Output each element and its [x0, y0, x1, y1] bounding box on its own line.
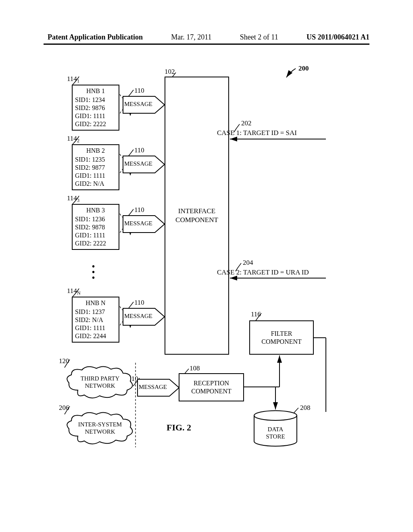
hnb-kv: SID1: 1237 SID2: N/A GID1: 1111 GID2: 22…	[73, 308, 119, 342]
data-store-ref: 208	[300, 404, 311, 412]
filter-component: FILTER COMPONENT	[249, 320, 314, 355]
interface-component-label: INTERFACE COMPONENT	[175, 207, 218, 224]
hnb-gid1: 1111	[93, 232, 105, 239]
inter-system-network-ref: 206	[59, 404, 69, 412]
message-arrow-1: MESSAGE	[123, 96, 165, 114]
hnb-box-n: HNB N SID1: 1237 SID2: N/A GID1: 1111 GI…	[72, 297, 119, 343]
hnb-title: HNB N	[73, 297, 119, 308]
inter-system-network-cloud: INTER-SYSTEM NETWORK	[66, 412, 134, 445]
hnb-gid2: N/A	[93, 180, 104, 187]
hnb-sid1: 1236	[92, 216, 105, 222]
interface-component-ref: 102	[165, 68, 175, 76]
case1-text: CASE 1: TARGET ID = SAI	[217, 129, 297, 137]
filter-component-label: FILTER COMPONENT	[261, 330, 302, 346]
hnb-title: HNB 1	[73, 85, 119, 96]
hnb-ref-2: 1142	[67, 135, 79, 144]
message-arrow-2: MESSAGE	[123, 156, 165, 173]
hnb-kv: SID1: 1234 SID2: 9876 GID1: 1111 GID2: 2…	[73, 96, 119, 130]
hnb-kv: SID1: 1235 SID2: 9877 GID1: 1111 GID2: N…	[73, 156, 119, 189]
case2-text: CASE 2: TARGET ID = URA ID	[217, 268, 309, 276]
message-label: MESSAGE	[124, 220, 152, 227]
message-label: MESSAGE	[124, 101, 152, 108]
page: Patent Application Publication Mar. 17, …	[0, 0, 413, 532]
hnb-sid1: 1237	[92, 308, 105, 315]
data-store-label: DATA STORE	[253, 426, 298, 440]
message-ref: 110	[134, 146, 144, 154]
hnb-title: HNB 3	[73, 205, 119, 215]
hnb-gid2: 2244	[93, 332, 106, 339]
reception-component: RECEPTION COMPONENT	[179, 373, 244, 401]
case1-ref: 202	[241, 119, 252, 127]
hnb-sid1: 1235	[92, 156, 105, 163]
hnb-gid1: 1111	[93, 112, 105, 119]
publication-number: US 2011/0064021 A1	[307, 33, 369, 42]
message-label: MESSAGE	[139, 384, 167, 391]
hnb-sid1: 1234	[92, 96, 105, 103]
sheet-number: Sheet 2 of 11	[240, 33, 278, 42]
case2-ref: 204	[243, 259, 253, 267]
publication-label: Patent Application Publication	[48, 33, 143, 42]
svg-point-0	[254, 411, 297, 420]
hnb-kv: SID1: 1236 SID2: 9878 GID1: 1111 GID2: 2…	[73, 215, 119, 249]
filter-component-ref: 116	[251, 310, 261, 318]
figure-caption: FIG. 2	[167, 422, 191, 433]
message-arrow-in: MESSAGE	[137, 379, 179, 397]
hnb-sid2: N/A	[92, 316, 103, 323]
interface-component: INTERFACE COMPONENT	[165, 77, 229, 355]
hnb-sid2: 9878	[92, 224, 105, 231]
message-ref: 110	[134, 206, 144, 214]
hnb-box-2: HNB 2 SID1: 1235 SID2: 9877 GID1: 1111 G…	[72, 144, 119, 190]
message-arrow-n: MESSAGE	[123, 308, 165, 326]
third-party-network-cloud: THIRD PARTY NETWORK	[66, 366, 134, 399]
ellipsis-icon: •••	[92, 264, 95, 281]
message-arrow-3: MESSAGE	[123, 215, 165, 233]
message-label: MESSAGE	[124, 160, 152, 167]
third-party-network-label: THIRD PARTY NETWORK	[66, 375, 134, 389]
message-label: MESSAGE	[124, 313, 152, 320]
hnb-ref-n: 114N	[67, 287, 81, 296]
reception-component-label: RECEPTION COMPONENT	[191, 379, 232, 395]
hnb-gid1: 1111	[93, 324, 105, 331]
data-store: DATA STORE	[253, 410, 298, 447]
hnb-box-3: HNB 3 SID1: 1236 SID2: 9878 GID1: 1111 G…	[72, 204, 119, 250]
figure-ref: 200	[298, 64, 309, 73]
figure-2: 200 INTERFACE COMPONENT 102 HNB 1 SID1: …	[44, 64, 369, 468]
message-ref: 110	[134, 299, 144, 307]
reception-component-ref: 108	[190, 364, 200, 372]
header-rule	[44, 44, 369, 45]
message-ref: 110	[134, 87, 144, 95]
hnb-gid2: 2222	[93, 121, 106, 127]
third-party-network-ref: 120	[59, 357, 69, 365]
page-header: Patent Application Publication Mar. 17, …	[0, 33, 413, 42]
hnb-gid2: 2222	[93, 240, 106, 247]
publication-date: Mar. 17, 2011	[171, 33, 211, 42]
hnb-box-1: HNB 1 SID1: 1234 SID2: 9876 GID1: 1111 G…	[72, 85, 119, 131]
hnb-sid2: 9877	[92, 164, 105, 171]
hnb-title: HNB 2	[73, 145, 119, 156]
hnb-sid2: 9876	[92, 104, 105, 111]
inter-system-network-label: INTER-SYSTEM NETWORK	[66, 421, 134, 435]
hnb-ref-3: 1143	[67, 194, 79, 204]
hnb-gid1: 1111	[93, 172, 105, 179]
hnb-ref-1: 1141	[67, 75, 79, 84]
